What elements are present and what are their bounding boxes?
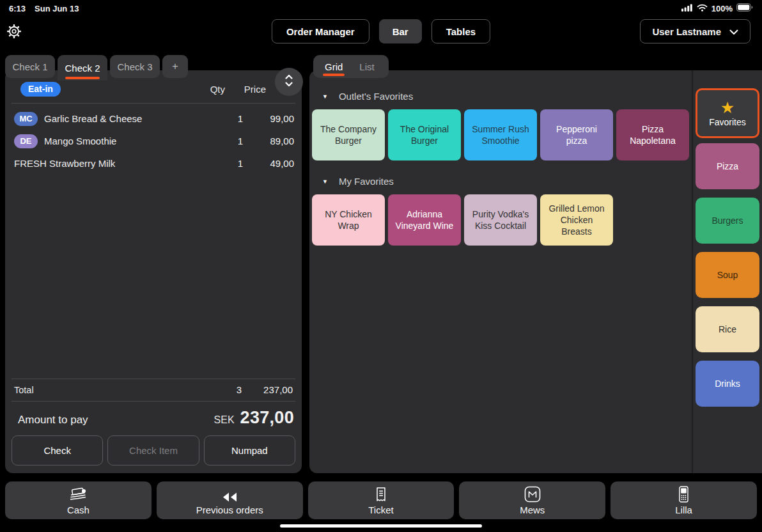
menu-column: Grid List ▼ Outlet's Favorites The Compa… xyxy=(309,55,762,473)
item-name: Garlic Bread & Cheese xyxy=(44,113,217,124)
order-type-badge[interactable]: Eat-in xyxy=(20,82,61,97)
check-item-button: Check Item xyxy=(107,435,199,465)
qty-column-header: Qty xyxy=(196,84,225,95)
view-tabs: Grid List xyxy=(313,55,389,78)
home-indicator[interactable] xyxy=(280,524,482,528)
mews-button[interactable]: Mews xyxy=(459,481,605,519)
item-price: 99,00 xyxy=(243,113,294,124)
gear-icon xyxy=(6,30,22,41)
category-soup[interactable]: Soup xyxy=(696,252,759,298)
battery-percent: 100% xyxy=(711,4,733,13)
menu-panel: ▼ Outlet's Favorites The Company Burger … xyxy=(309,70,762,473)
tab-grid-view[interactable]: Grid xyxy=(325,55,343,78)
amount-to-pay-value: 237,00 xyxy=(240,408,294,428)
order-item-row[interactable]: DE Mango Smoothie 1 89,00 xyxy=(5,130,302,152)
settings-button[interactable] xyxy=(6,24,23,40)
menu-item-tile[interactable]: Purity Vodka's Kiss Cocktail xyxy=(464,194,537,246)
lilla-terminal-button[interactable]: Lilla xyxy=(610,481,757,519)
numpad-button[interactable]: Numpad xyxy=(204,435,295,465)
item-course-badge: MC xyxy=(14,112,38,126)
clock: 6:13 xyxy=(9,4,26,13)
battery-icon xyxy=(736,3,753,13)
caret-down-icon: ▼ xyxy=(322,178,328,185)
menu-item-tile[interactable]: The Company Burger xyxy=(312,109,385,160)
item-qty: 1 xyxy=(217,158,243,169)
date: Sun Jun 13 xyxy=(35,4,79,13)
price-column-header: Price xyxy=(225,84,266,95)
menu-item-tile[interactable]: The Original Burger xyxy=(388,109,461,160)
item-price: 49,00 xyxy=(243,158,294,169)
mews-icon xyxy=(524,486,541,503)
category-label: Favorites xyxy=(709,117,746,127)
star-icon: ★ xyxy=(720,100,735,116)
cash-button[interactable]: Cash xyxy=(5,481,152,519)
bottom-button-label: Previous orders xyxy=(196,505,263,515)
chevron-down-icon xyxy=(729,26,738,37)
currency-code: SEK xyxy=(214,414,235,426)
category-drinks[interactable]: Drinks xyxy=(696,361,759,407)
item-qty: 1 xyxy=(217,136,243,146)
ticket-button[interactable]: Ticket xyxy=(308,481,455,519)
order-item-row[interactable]: FRESH Strawberry Milk 1 49,00 xyxy=(5,152,302,175)
cellular-signal-icon xyxy=(681,4,693,13)
menu-item-tile[interactable]: Pizza Napoletana xyxy=(616,109,689,160)
caret-down-icon: ▼ xyxy=(322,93,328,100)
tab-check-2[interactable]: Check 2 xyxy=(58,55,107,81)
menu-item-tile[interactable]: Grilled Lemon Chicken Breasts xyxy=(540,194,613,246)
category-sidebar: ★ Favorites Pizza Burgers Soup Rice Drin… xyxy=(696,70,762,473)
tab-list-view[interactable]: List xyxy=(359,55,374,78)
menu-item-tile[interactable]: NY Chicken Wrap xyxy=(312,194,385,246)
total-qty: 3 xyxy=(216,384,242,395)
section-my-favorites[interactable]: ▼ My Favorites xyxy=(322,176,692,187)
check-actions: Check Check Item Numpad xyxy=(5,434,302,473)
nav-bar-button[interactable]: Bar xyxy=(379,19,422,43)
order-items-list: MC Garlic Bread & Cheese 1 99,00 DE Mang… xyxy=(5,104,302,175)
item-course-badge: DE xyxy=(14,134,38,148)
check-column: Check 1 Check 2 Check 3 + Eat-in Qty Pri… xyxy=(5,55,302,473)
receipt-icon xyxy=(375,486,387,503)
bottom-button-label: Lilla xyxy=(675,505,692,515)
cash-icon xyxy=(68,486,88,503)
bottom-button-label: Mews xyxy=(520,505,545,515)
panel-divider xyxy=(692,70,693,473)
status-bar: 6:13 Sun Jun 13 100% xyxy=(0,0,762,15)
menu-content: ▼ Outlet's Favorites The Company Burger … xyxy=(309,70,692,473)
category-burgers[interactable]: Burgers xyxy=(696,198,759,244)
nav-tables-button[interactable]: Tables xyxy=(432,19,490,43)
check-tabs: Check 1 Check 2 Check 3 + xyxy=(5,55,302,78)
phone-icon xyxy=(679,486,688,503)
category-rice[interactable]: Rice xyxy=(696,306,759,352)
mode-switcher: Order Manager Bar Tables xyxy=(272,19,490,43)
previous-orders-button[interactable]: Previous orders xyxy=(157,481,303,519)
item-price: 89,00 xyxy=(243,136,294,146)
menu-item-tile[interactable]: Pepperoni pizza xyxy=(540,109,613,160)
menu-item-tile[interactable]: Adrianna Vineyard Wine xyxy=(388,194,461,246)
add-check-tab[interactable]: + xyxy=(162,55,188,78)
wifi-icon xyxy=(697,4,708,13)
item-name: FRESH Strawberry Milk xyxy=(14,158,217,169)
tab-check-3[interactable]: Check 3 xyxy=(110,55,160,78)
user-menu-label: User Lastname xyxy=(652,26,721,37)
bottom-button-label: Ticket xyxy=(368,505,393,515)
item-name: Mango Smoothie xyxy=(44,136,217,146)
item-qty: 1 xyxy=(217,113,243,124)
tab-check-1[interactable]: Check 1 xyxy=(5,55,55,78)
bottom-action-bar: Cash Previous orders Ticket Mews xyxy=(5,481,757,519)
user-menu-button[interactable]: User Lastname xyxy=(640,19,750,43)
category-pizza[interactable]: Pizza xyxy=(696,143,759,189)
section-title: My Favorites xyxy=(339,176,394,187)
category-favorites[interactable]: ★ Favorites xyxy=(696,88,759,138)
order-item-row[interactable]: MC Garlic Bread & Cheese 1 99,00 xyxy=(5,107,302,130)
section-title: Outlet's Favorites xyxy=(339,91,413,102)
check-button[interactable]: Check xyxy=(12,435,103,465)
amount-to-pay-row: Amount to pay SEK 237,00 xyxy=(5,402,302,434)
menu-item-tile[interactable]: Summer Rush Smoothie xyxy=(464,109,537,160)
total-row: Total 3 237,00 xyxy=(12,379,295,402)
total-label: Total xyxy=(14,385,216,395)
nav-order-manager-button[interactable]: Order Manager xyxy=(272,19,369,43)
outlets-favorites-grid: The Company Burger The Original Burger S… xyxy=(309,109,692,160)
section-outlets-favorites[interactable]: ▼ Outlet's Favorites xyxy=(322,91,692,102)
bottom-button-label: Cash xyxy=(67,505,89,515)
amount-to-pay-label: Amount to pay xyxy=(18,414,214,426)
my-favorites-grid: NY Chicken Wrap Adrianna Vineyard Wine P… xyxy=(309,194,692,246)
